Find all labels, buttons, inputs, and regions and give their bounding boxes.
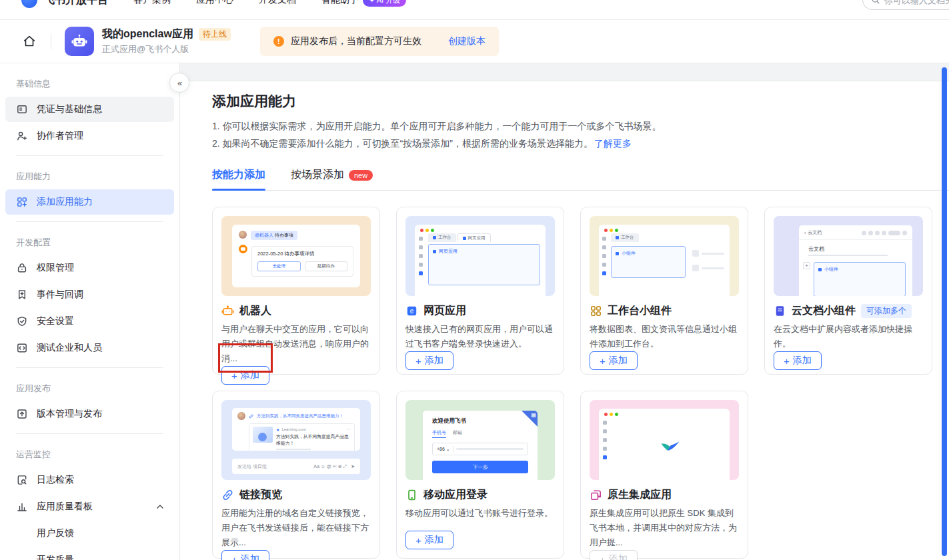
svg-text:e: e: [410, 307, 414, 315]
sidebar-item-label: 权限管理: [37, 262, 74, 274]
sidebar-item-security-settings[interactable]: 安全设置: [5, 309, 174, 334]
top-navbar-inner: 飞书开放平台 客户案例 应用中心 开发文档 智能助手 ✦ AI 升级: [0, 0, 949, 9]
sidebar-item-label: 用户反馈: [37, 527, 74, 539]
new-badge: new: [349, 170, 373, 181]
search-input[interactable]: [884, 0, 949, 5]
sidebar-item-version-release[interactable]: 版本管理与发布: [5, 401, 174, 427]
card-desc: 移动应用可以通过飞书账号进行登录。: [405, 506, 555, 521]
nav-item-app-center[interactable]: 应用中心: [196, 0, 233, 6]
add-link-preview-button[interactable]: +添加: [221, 550, 269, 560]
add-workplace-widget-button[interactable]: +添加: [590, 351, 638, 370]
card-robot: @机器人 待办事项 2022-05-20 待办事项详情 去处理 延期待办: [212, 207, 380, 375]
link-icon-small: [249, 414, 253, 419]
todo-card: 2022-05-20 待办事项详情 去处理 延期待办: [251, 246, 353, 277]
card-title: 网页应用: [423, 304, 466, 318]
sidebar-item-label: 事件与回调: [37, 289, 83, 301]
sidebar-section-monitoring: 运营监控: [0, 441, 179, 466]
chevron-up-icon[interactable]: [157, 505, 163, 509]
plus-icon: +: [600, 356, 606, 366]
page-title: 添加应用能力: [212, 92, 949, 111]
card-title: 云文档小组件: [792, 304, 856, 318]
add-web-app-button[interactable]: +添加: [405, 351, 453, 370]
search-icon: [871, 0, 880, 5]
sidebar-item-dev-quality[interactable]: 开发质量: [5, 547, 174, 560]
plus-icon: +: [231, 555, 237, 560]
code-icon: [16, 342, 28, 354]
learn-more-link[interactable]: 了解更多: [594, 138, 632, 149]
tab-by-scenario[interactable]: 按场景添加 new: [291, 168, 373, 190]
card-title: 机器人: [239, 304, 271, 318]
brand-name: 飞书开放平台: [44, 0, 108, 7]
lock-icon: [16, 262, 28, 274]
mention-pill: @机器人 待办事项: [251, 231, 297, 240]
feishu-bird-logo: [659, 436, 682, 456]
instruction-line-1: 1. 你可以根据实际需求，为应用开启能力。单个应用可开启多种能力，一个能力可用于…: [212, 117, 949, 135]
sidebar-divider: [16, 367, 163, 368]
sidebar-divider: [16, 433, 163, 434]
sidebar-item-quality-dashboard[interactable]: 应用质量看板: [5, 494, 174, 519]
shield-check-icon: [16, 315, 28, 327]
header-divider: [51, 33, 51, 49]
preview-web-app: 工作台 网页应用 网页应用: [405, 216, 555, 296]
brand[interactable]: 飞书开放平台: [21, 0, 108, 8]
sidebar-section-dev-config: 开发配置: [0, 229, 179, 254]
top-navbar: 飞书开放平台 客户案例 应用中心 开发文档 智能助手 ✦ AI 升级: [0, 0, 949, 20]
plus-icon: +: [600, 555, 606, 560]
sidebar-item-permissions[interactable]: 权限管理: [5, 255, 174, 281]
sidebar-item-add-capability[interactable]: 添加应用能力: [5, 189, 174, 215]
card-clouddoc-widget: ‹ 云文档 云文档 + 小组件: [764, 207, 932, 375]
qr-icon: ▦: [531, 412, 536, 418]
card-native-integration: 原生集成应用 原生集成应用可以把原生 SDK 集成到飞书本地，并调用其中的对应方…: [580, 391, 748, 559]
mini-button-postpone: 延期待办: [305, 261, 348, 271]
plus-icon: +: [784, 356, 790, 366]
tab-by-capability[interactable]: 按能力添加: [212, 168, 265, 190]
sidebar-item-log-search[interactable]: 日志检索: [5, 467, 174, 493]
card-desc: 在云文档中扩展内容或者添加快捷操作。: [774, 322, 923, 351]
main-content: 添加应用能力 1. 你可以根据实际需求，为应用开启能力。单个应用可开启多种能力，…: [180, 63, 949, 560]
sidebar-item-label: 安全设置: [37, 315, 74, 327]
clouddoc-icon: [774, 305, 786, 317]
native-integration-icon: [590, 489, 602, 501]
workplace-window-mockup: 工作台 小组件: [599, 225, 730, 296]
sidebar-item-credentials[interactable]: 凭证与基础信息: [5, 97, 174, 122]
sidebar-collapse-button[interactable]: «: [169, 73, 189, 93]
sidebar-item-label: 凭证与基础信息: [37, 103, 102, 115]
link-chat-mockup: 方法到实践，从不同角度提高产品思维能力！ ★Learning.com⋯ 方法到实…: [232, 408, 360, 451]
tab-bar: 按能力添加 按场景添加 new: [212, 168, 949, 191]
native-window-mockup: [599, 409, 730, 480]
card-desc: 快速接入已有的网页应用，用户可以通过飞书客户端免登录快速进入。: [405, 322, 555, 351]
doc-insert-plus: +: [803, 262, 810, 269]
add-robot-button[interactable]: +添加: [221, 366, 269, 385]
sidebar-section-capabilities: 应用能力: [0, 163, 179, 188]
nav-item-ai-assistant[interactable]: 智能助手 ✦ AI 升级: [321, 0, 406, 7]
card-mobile-login: ▦ 欢迎使用飞书 手机号 邮箱 +86 ⌄: [396, 391, 564, 559]
link-preview-image: [253, 427, 273, 443]
preview-mobile-login: ▦ 欢迎使用飞书 手机号 邮箱 +86 ⌄: [405, 400, 555, 480]
add-mobile-login-button[interactable]: +添加: [405, 531, 453, 549]
add-native-integration-button-disabled[interactable]: +添加: [590, 550, 638, 560]
sidebar-item-test-company[interactable]: 测试企业和人员: [5, 335, 174, 361]
bar-chart-icon: [16, 501, 28, 513]
vertical-scrollbar[interactable]: [942, 67, 947, 556]
nav-item-dev-docs[interactable]: 开发文档: [259, 0, 296, 6]
screen: 飞书开放平台 客户案例 应用中心 开发文档 智能助手 ✦ AI 升级: [0, 0, 949, 560]
preview-native-integration: [590, 400, 739, 480]
create-version-link[interactable]: 创建版本: [448, 35, 486, 47]
grid-plus-icon: [16, 196, 28, 208]
sidebar-item-user-feedback[interactable]: 用户反馈: [5, 521, 174, 546]
web-app-icon: e: [405, 305, 418, 317]
home-button[interactable]: [21, 33, 37, 49]
sidebar-item-collaborators[interactable]: 协作者管理: [5, 123, 174, 149]
clouddoc-mockup: ‹ 云文档 云文档 + 小组件: [799, 225, 912, 296]
nav-item-customer-cases[interactable]: 客户案例: [133, 0, 171, 6]
add-clouddoc-widget-button[interactable]: +添加: [774, 351, 822, 370]
sidebar-divider: [16, 155, 163, 156]
global-search[interactable]: [862, 0, 949, 10]
app-subtitle: 正式应用@飞书个人版: [102, 43, 231, 55]
preview-workplace-widget: 工作台 小组件: [590, 216, 739, 296]
sidebar-section-basic-info: 基础信息: [0, 70, 179, 95]
card-desc: 与用户在聊天中交互的应用，它可以向用户或群组自动发送消息，响应用户的消...: [221, 322, 371, 366]
robot-chat-mockup: @机器人 待办事项 2022-05-20 待办事项详情 去处理 延期待办: [232, 225, 360, 287]
mini-button-handle: 去处理: [257, 261, 301, 271]
sidebar-item-events-callbacks[interactable]: 事件与回调: [5, 282, 174, 307]
